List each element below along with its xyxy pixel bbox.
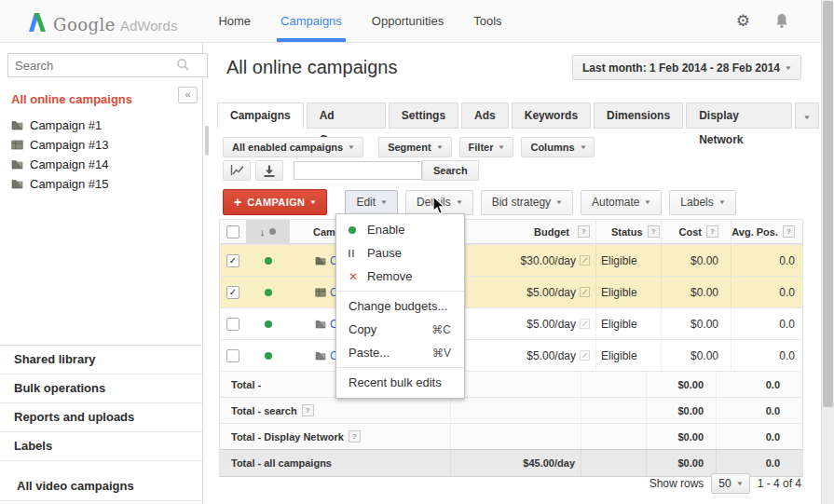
sidebar-scrollbar-thumb[interactable]	[205, 126, 209, 156]
rows-per-page-select[interactable]: 50 ▼	[711, 473, 749, 494]
tab-ads[interactable]: Ads	[461, 102, 509, 129]
edit-dropdown-menu: Enable Pause ✕ Remove Change budgets... …	[335, 213, 465, 399]
scrollbar-thumb[interactable]	[823, 1, 833, 407]
campaigns-table: ↓ Campaign Budget ? Status ? Cost ?	[219, 219, 803, 477]
help-icon[interactable]: ?	[578, 225, 590, 238]
help-icon[interactable]: ?	[783, 225, 795, 238]
help-icon[interactable]: ?	[302, 404, 314, 416]
line-chart-icon	[230, 165, 244, 176]
sort-down-icon: ↓	[260, 226, 266, 238]
enabled-status-icon	[265, 289, 272, 296]
tab-keywords[interactable]: Keywords	[512, 102, 591, 129]
nav-campaigns[interactable]: Campaigns	[266, 0, 357, 42]
chevron-down-icon: ▼	[718, 199, 726, 205]
add-campaign-button[interactable]: + CAMPAIGN ▼	[223, 189, 327, 215]
tab-settings[interactable]: Settings	[389, 102, 458, 129]
chevron-down-icon: ▼	[644, 199, 651, 205]
budget-value: $5.00/day	[526, 349, 576, 362]
columns-button[interactable]: Columns ▼	[521, 137, 595, 157]
edit-button[interactable]: Edit ▼	[345, 190, 398, 215]
column-header-avg-pos[interactable]: Avg. Pos. ?	[731, 220, 802, 243]
sidebar-item-shared-library[interactable]: Shared library	[0, 345, 202, 374]
sidebar-item-campaign-1[interactable]: Campaign #1	[0, 116, 202, 135]
sidebar-item-campaign-13[interactable]: Campaign #13	[0, 135, 202, 155]
help-icon[interactable]: ?	[706, 225, 718, 238]
menu-item-copy[interactable]: Copy ⌘C	[336, 318, 464, 341]
menu-item-paste[interactable]: Paste... ⌘V	[336, 341, 464, 364]
menu-item-pause[interactable]: Pause	[336, 241, 464, 265]
search-bar: Search	[223, 160, 479, 181]
menu-item-enable[interactable]: Enable	[336, 218, 464, 241]
download-button[interactable]	[255, 160, 283, 181]
edit-budget-icon[interactable]	[580, 319, 590, 329]
nav-tools[interactable]: Tools	[458, 0, 516, 42]
edit-budget-icon[interactable]	[580, 255, 590, 266]
menu-item-recent-bulk-edits[interactable]: Recent bulk edits	[336, 371, 464, 394]
top-nav: Home Campaigns Opportunities Tools	[203, 0, 516, 42]
chevron-down-icon: ▼	[785, 65, 792, 71]
remove-x-icon: ✕	[349, 271, 367, 282]
edit-budget-icon[interactable]	[580, 350, 590, 361]
sidebar-item-reports-and-uploads[interactable]: Reports and uploads	[0, 402, 202, 431]
sidebar-collapse-button[interactable]: «	[178, 87, 198, 103]
search-button[interactable]: Search	[422, 160, 479, 181]
chevron-down-icon: ▼	[348, 144, 355, 150]
adwords-wordmark: AdWords	[120, 18, 177, 34]
row-checkbox[interactable]	[226, 349, 239, 362]
nav-opportunities[interactable]: Opportunities	[357, 0, 458, 42]
edit-budget-icon[interactable]	[580, 287, 590, 297]
column-header-budget[interactable]: Budget ?	[465, 220, 595, 243]
date-range-label: Last month: 1 Feb 2014 - 28 Feb 2014	[582, 61, 780, 75]
details-button[interactable]: Details ▼	[405, 190, 473, 215]
nav-home[interactable]: Home	[203, 0, 266, 42]
adwords-app: Google AdWords Home Campaigns Opportunit…	[0, 0, 834, 504]
row-checkbox[interactable]: ✓	[226, 286, 239, 299]
column-header-status[interactable]: Status ?	[595, 220, 661, 243]
table-row: ✓ Ca $5.00/day Eligible $0.00 0.0	[220, 276, 802, 307]
menu-item-change-budgets[interactable]: Change budgets...	[336, 294, 464, 318]
tab-display-network[interactable]: Display Network	[686, 102, 792, 129]
tab-more-button[interactable]: ▼	[795, 102, 819, 129]
campaign-label: Campaign #13	[30, 138, 109, 152]
row-checkbox[interactable]: ✓	[226, 254, 239, 267]
total-row-search: Total - search ? $0.00 0.0	[220, 397, 802, 423]
select-all-checkbox[interactable]	[226, 225, 239, 238]
cost-value: $0.00	[690, 286, 718, 299]
menu-item-remove[interactable]: ✕ Remove	[336, 265, 464, 288]
bid-strategy-button[interactable]: Bid strategy ▼	[481, 190, 573, 215]
sidebar-item-all-video-campaigns[interactable]: All video campaigns	[0, 472, 202, 501]
pause-icon	[349, 250, 367, 257]
labels-button[interactable]: Labels ▼	[669, 190, 735, 215]
date-range-button[interactable]: Last month: 1 Feb 2014 - 28 Feb 2014 ▼	[572, 55, 801, 80]
avg-pos-value: 0.0	[779, 349, 795, 362]
automate-button[interactable]: Automate ▼	[581, 190, 662, 215]
sidebar-item-labels[interactable]: Labels	[0, 431, 202, 461]
display-campaign-icon	[315, 288, 326, 297]
sidebar-item-campaign-14[interactable]: Campaign #14	[0, 155, 202, 174]
tab-campaigns[interactable]: Campaigns	[217, 102, 304, 129]
total-row-display-network: Total - Display Network ? $0.00 0.0	[220, 423, 802, 449]
view-selector-button[interactable]: All enabled campaigns ▼	[223, 137, 363, 157]
sidebar-item-campaign-15[interactable]: Campaign #15	[0, 174, 202, 194]
bell-icon[interactable]	[774, 13, 789, 29]
column-header-cost[interactable]: Cost ?	[661, 220, 731, 243]
tab-dimensions[interactable]: Dimensions	[594, 102, 683, 129]
tab-bar: Campaigns Ad Groups Settings Ads Keyword…	[217, 102, 822, 129]
filter-button[interactable]: Filter ▼	[459, 137, 514, 157]
chevron-down-icon: ▼	[579, 144, 586, 150]
tab-ad-groups[interactable]: Ad Groups	[307, 102, 386, 129]
avg-pos-value: 0.0	[779, 254, 795, 267]
status-value: Eligible	[601, 254, 637, 267]
chart-view-button[interactable]	[223, 160, 251, 181]
row-checkbox[interactable]	[226, 318, 239, 331]
help-icon[interactable]: ?	[648, 225, 660, 238]
sidebar-item-bulk-operations[interactable]: Bulk operations	[0, 374, 202, 402]
cost-value: $0.00	[690, 254, 718, 267]
sorted-column-header[interactable]: ↓	[246, 220, 290, 243]
segment-button[interactable]: Segment ▼	[378, 137, 451, 157]
table-search-input[interactable]	[294, 161, 422, 180]
status-dot-icon	[269, 228, 276, 235]
sidebar-all-online-campaigns[interactable]: All online campaigns	[11, 92, 191, 106]
gear-icon[interactable]: ⚙	[736, 13, 750, 29]
help-icon[interactable]: ?	[349, 430, 361, 443]
